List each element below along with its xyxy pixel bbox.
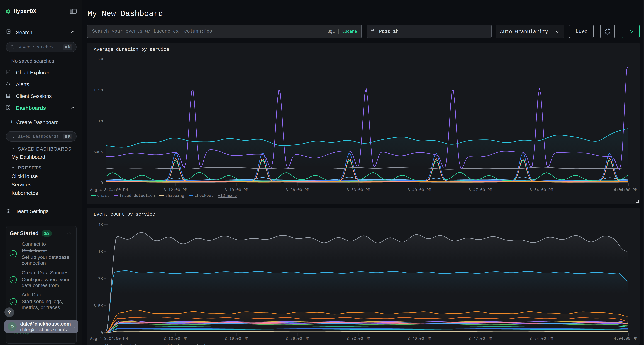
svg-text:3:19:00 PM: 3:19:00 PM — [224, 188, 248, 192]
svg-text:1.5M: 1.5M — [94, 88, 103, 93]
svg-text:checkout: checkout — [195, 194, 214, 198]
svg-text:3:33:00 PM: 3:33:00 PM — [346, 188, 370, 192]
svg-text:0: 0 — [100, 331, 103, 335]
svg-text:4:04:00 PM: 4:04:00 PM — [614, 188, 638, 192]
svg-text:fraud-detection: fraud-detection — [120, 344, 155, 345]
svg-text:+12 more: +12 more — [218, 194, 237, 198]
svg-text:checkout: checkout — [195, 344, 214, 345]
svg-text:email: email — [97, 344, 109, 345]
svg-text:11K: 11K — [96, 250, 103, 254]
svg-text:shipping: shipping — [165, 194, 184, 198]
svg-text:+12 more: +12 more — [218, 344, 237, 345]
svg-text:4:04:00 PM: 4:04:00 PM — [614, 337, 638, 341]
svg-text:3:47:00 PM: 3:47:00 PM — [468, 188, 492, 192]
svg-text:3:12:00 PM: 3:12:00 PM — [164, 188, 187, 192]
svg-text:fraud-detection: fraud-detection — [120, 194, 155, 198]
svg-text:500K: 500K — [94, 150, 103, 154]
svg-text:3.5K: 3.5K — [94, 304, 103, 308]
svg-text:0: 0 — [100, 181, 103, 185]
svg-text:3:47:00 PM: 3:47:00 PM — [468, 337, 492, 341]
svg-text:14K: 14K — [96, 223, 103, 227]
svg-text:3:40:00 PM: 3:40:00 PM — [408, 337, 431, 341]
svg-text:3:40:00 PM: 3:40:00 PM — [408, 188, 431, 192]
svg-text:Aug 4 3:04:00 PM: Aug 4 3:04:00 PM — [90, 337, 128, 341]
svg-text:7K: 7K — [98, 277, 103, 281]
svg-text:Aug 4 3:04:00 PM: Aug 4 3:04:00 PM — [90, 188, 128, 192]
svg-text:3:33:00 PM: 3:33:00 PM — [346, 337, 370, 341]
svg-text:3:54:00 PM: 3:54:00 PM — [530, 188, 553, 192]
svg-text:1M: 1M — [98, 119, 103, 123]
svg-text:3:19:00 PM: 3:19:00 PM — [224, 337, 248, 341]
svg-text:shipping: shipping — [165, 344, 184, 345]
svg-text:2M: 2M — [98, 57, 103, 62]
svg-text:3:26:00 PM: 3:26:00 PM — [286, 188, 309, 192]
svg-text:3:12:00 PM: 3:12:00 PM — [164, 337, 187, 341]
svg-text:email: email — [97, 194, 109, 198]
svg-text:3:54:00 PM: 3:54:00 PM — [530, 337, 553, 341]
svg-text:3:26:00 PM: 3:26:00 PM — [286, 337, 309, 341]
